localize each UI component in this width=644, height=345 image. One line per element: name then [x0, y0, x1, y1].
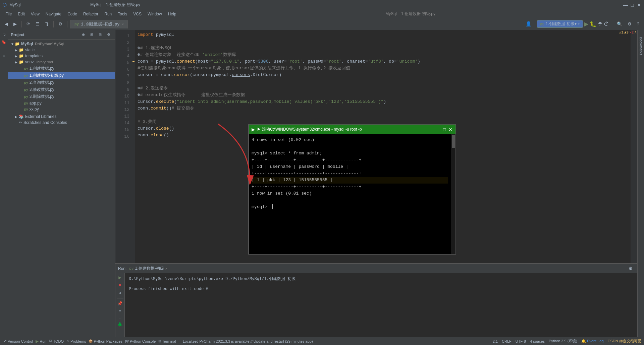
cmd-line-5: | id | username | password | mobile | [252, 163, 448, 170]
sidebar-title: Project [11, 32, 24, 37]
problems-btn[interactable]: ⚠ Problems [66, 339, 86, 343]
tree-item-app[interactable]: ▶ py app.py [8, 100, 115, 106]
bookmark-icon[interactable]: 🔖 [1, 39, 7, 46]
cmd-scrollbar[interactable] [451, 134, 455, 254]
cmd-minimize-btn[interactable]: — [436, 127, 441, 132]
run-scroll-btn[interactable]: ↓ [119, 315, 121, 320]
sync-button[interactable]: ⟳ [24, 21, 32, 27]
profile-run-button[interactable]: ⏱ [604, 21, 609, 27]
python-packages-btn[interactable]: 📦 Python Packages [89, 339, 122, 343]
coverage-button[interactable]: ☂ [598, 21, 602, 27]
help-button[interactable]: ? [635, 21, 641, 27]
file-tree: ▼ 📁 MySql D:\Python\MySql ▶ 📁 static ▶ 📁… [8, 40, 115, 337]
tree-item-templates[interactable]: ▶ 📁 templates [8, 53, 115, 59]
menu-vcs[interactable]: VCS [130, 11, 144, 17]
run-config-selector[interactable]: py 1.创建数据-初级▾ ▾ [537, 20, 583, 28]
version-control-btn[interactable]: ⎇ Version Control [3, 339, 33, 343]
tree-item-ext-libs[interactable]: ▶ 📚 External Libraries [8, 114, 115, 120]
close-button[interactable]: ✕ [637, 3, 641, 7]
sidebar-collapse-btn[interactable]: ⊟ [97, 32, 104, 38]
sort-button[interactable]: ⇅ [43, 21, 51, 27]
menu-code[interactable]: Code [65, 11, 80, 17]
minimize-button[interactable]: — [623, 3, 628, 7]
sidebar-settings-btn[interactable]: ⚙ [105, 32, 112, 38]
run-status-btn[interactable]: ▶ Run [36, 339, 46, 344]
cmd-restore-btn[interactable]: □ [442, 127, 447, 132]
cmd-line-2 [252, 143, 448, 150]
search-everywhere-button[interactable]: 🔍 [615, 21, 624, 27]
terminal-btn[interactable]: ⊟ Terminal [158, 339, 176, 343]
structure-icon[interactable]: ≡ [1, 53, 7, 60]
cmd-window: ▶ ▶ 滚动C:\WINDOWS\system32\cmd.exe - mysq… [248, 124, 456, 255]
bottom-panel: Run: py 1.创建数据-初级 ✕ ⚙ ▶ ■ ↺ [115, 263, 637, 337]
tab-close-btn[interactable]: ✕ [121, 22, 123, 26]
cmd-title: ▶ ▶ 滚动C:\WINDOWS\system32\cmd.exe - mysq… [252, 127, 362, 132]
menu-refactor[interactable]: Refactor [80, 11, 101, 17]
run-stop-btn[interactable]: ■ [118, 282, 121, 288]
debug-button[interactable]: 🐛 [590, 21, 596, 27]
tree-item-mysql[interactable]: ▼ 📁 MySql D:\Python\MySql [8, 41, 115, 47]
python-console-btn[interactable]: py Python Console [125, 339, 156, 343]
menu-edit[interactable]: Edit [15, 11, 28, 17]
cmd-line-1: 4 rows in set (0.02 sec) [252, 137, 448, 143]
right-sidebar: Bookmarks [637, 30, 644, 337]
run-rerun-btn[interactable]: ↺ [118, 290, 121, 295]
maximize-button[interactable]: □ [630, 3, 635, 7]
tree-item-xx[interactable]: ▶ py xx.py [8, 106, 115, 112]
menu-help[interactable]: Help [165, 11, 179, 17]
structure-button[interactable]: ☰ [34, 21, 42, 27]
run-label: Run: [118, 266, 126, 271]
project-sidebar: Project ⊕ ⊞ ⊟ ⚙ ▼ 📁 MySql D:\Python\MySq… [8, 30, 115, 337]
project-icon[interactable]: P [1, 31, 7, 38]
todo-btn[interactable]: ☑ TODO [49, 339, 64, 343]
menu-file[interactable]: File [3, 11, 14, 17]
run-button[interactable]: ▶ [584, 21, 588, 27]
back-button[interactable]: ◀ [3, 21, 10, 27]
titlebar: ⬡ MySql MySql – 1.创建数据-初级.py — □ ✕ [0, 0, 644, 10]
code-line-3: ⊕# 1.连接MySQL [138, 45, 628, 52]
tree-item-query[interactable]: ▶ py 2.查询数据.py [8, 79, 115, 86]
sidebar-new-btn[interactable]: ⊕ [80, 32, 87, 38]
tree-item-static[interactable]: ▶ 📁 static [8, 47, 115, 53]
editor-tab-active[interactable]: py 1.创建数据-初级.py ✕ [70, 20, 128, 28]
menu-window[interactable]: Window [145, 11, 165, 17]
menu-navigate[interactable]: Navigate [43, 11, 64, 17]
warning-count: ⚠1 ▲3 ✕2 ∧ [619, 30, 637, 34]
python-version: Python 3.9 (环境) [549, 339, 577, 344]
tree-item-create1[interactable]: ▶ py 1.创建数据.py [8, 65, 115, 72]
indent-info: 4 spaces [530, 339, 545, 343]
run-pin-btn[interactable]: 📌 [117, 301, 122, 306]
settings2-button[interactable]: ⚙ [626, 21, 634, 27]
run-wrap-btn[interactable]: ⇔ [119, 308, 121, 313]
menu-run[interactable]: Run [102, 11, 114, 17]
run-tree-btn[interactable]: 🌲 [117, 322, 122, 327]
tree-item-venv[interactable]: ▶ 📁 venv library root [8, 59, 115, 65]
bookmarks-right-icon[interactable]: Bookmarks [639, 37, 643, 55]
run-play-btn[interactable]: ▶ [118, 275, 121, 280]
tree-item-scratches[interactable]: ▶ ✏ Scratches and Consoles [8, 120, 115, 126]
app-title: MySql [9, 3, 20, 7]
event-log-btn[interactable]: 🔔 Event Log [581, 339, 604, 343]
code-line-13 [138, 112, 628, 119]
menu-tools[interactable]: Tools [115, 11, 130, 17]
profile-icon: 👤 [526, 21, 531, 27]
tree-item-modify[interactable]: ▶ py 3.修改数据.py [8, 86, 115, 93]
update-notice: Localized PyCharm 2021.3.3 is available … [183, 339, 313, 343]
run-tab-close[interactable]: ✕ [165, 267, 167, 271]
settings-button[interactable]: ⚙ [56, 21, 64, 27]
code-line-10: ⊕# execute仅生成指令 这里仅仅生成一条数据 [138, 92, 628, 98]
cmd-line-3: mysql> select * from admin; [252, 150, 448, 157]
run-tab[interactable]: py 1.创建数据-初级 ✕ [129, 266, 167, 271]
run-settings-btn[interactable]: ⚙ [627, 265, 635, 272]
code-line-11: cursor.execute("insert into admin(userna… [138, 98, 628, 105]
encoding: UTF-8 [516, 339, 526, 343]
forward-button[interactable]: ▶ [11, 21, 19, 27]
tree-item-delete[interactable]: ▶ py 3.删除数据.py [8, 93, 115, 100]
cmd-scrollthumb[interactable] [452, 135, 455, 148]
tree-item-create1-init[interactable]: ▶ py 1.创建数据-初级.py [8, 72, 115, 79]
cmd-line-6: +----+----------+----------+------------… [252, 170, 448, 177]
sidebar-expand-btn[interactable]: ⊞ [88, 32, 95, 38]
cmd-body[interactable]: 4 rows in set (0.02 sec) mysql> select *… [249, 134, 451, 254]
menu-view[interactable]: View [28, 11, 42, 17]
cmd-close-btn[interactable]: ✕ [448, 127, 453, 132]
